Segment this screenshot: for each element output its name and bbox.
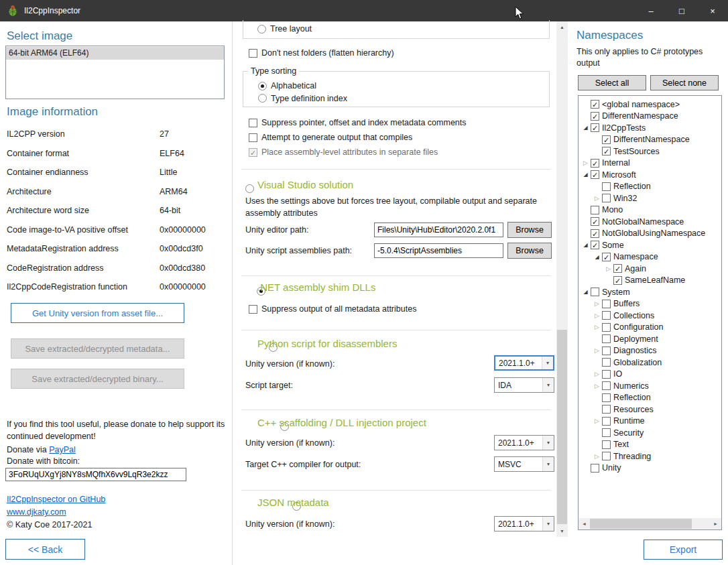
tree-item[interactable]: ✓SameLeafName — [579, 275, 721, 287]
tree-checkbox[interactable]: ✓ — [602, 135, 611, 144]
close-button[interactable]: × — [697, 0, 728, 21]
checkbox-option[interactable]: Suppress pointer, offset and index metad… — [249, 115, 467, 130]
tree-scrollbar-thumb[interactable] — [590, 519, 692, 529]
tree-item[interactable]: ✓NotGlobalUsingNamespace — [579, 228, 721, 240]
visual-studio-solution-header[interactable]: Visual Studio solution — [257, 179, 353, 190]
tree-item[interactable]: ✓DifferentNamespace — [579, 134, 721, 146]
expander-expanded-icon[interactable]: ◢ — [581, 242, 591, 248]
expander-collapsed-icon[interactable]: ▷ — [581, 160, 591, 166]
tree-item[interactable]: Unity — [579, 462, 721, 475]
unity-editor-path-input[interactable] — [374, 223, 503, 237]
titlebar[interactable]: Il2CppInspector – □ × — [0, 0, 728, 21]
scroll-left-icon[interactable]: ◄ — [579, 518, 590, 529]
expander-expanded-icon[interactable]: ◢ — [581, 289, 591, 295]
tree-item[interactable]: ◢✓Some — [579, 239, 721, 251]
tree-checkbox[interactable]: ✓ — [591, 123, 599, 132]
script-assemblies-path-input[interactable] — [374, 243, 503, 258]
website-link[interactable]: www.djkaty.com — [7, 507, 66, 517]
tree-checkbox[interactable]: ✓ — [602, 253, 611, 261]
tree-item[interactable]: ▷✓Again — [579, 263, 721, 275]
json-metadata-header[interactable]: JSON metadata — [257, 497, 329, 508]
tree-item[interactable]: ▷Runtime — [579, 416, 721, 428]
image-list-item[interactable]: 64-bit ARM64 (ELF64) — [6, 47, 224, 60]
select-none-button[interactable]: Select none — [650, 75, 719, 90]
radio-button[interactable] — [257, 25, 266, 34]
tree-item[interactable]: ▷✓Internal — [579, 158, 721, 170]
scrollbar-thumb[interactable] — [557, 330, 567, 524]
expander-collapsed-icon[interactable]: ▷ — [592, 371, 602, 377]
tree-checkbox[interactable]: ✓ — [613, 264, 622, 273]
tree-checkbox[interactable] — [602, 393, 611, 402]
scroll-right-icon[interactable]: ► — [710, 518, 721, 529]
python-script-header[interactable]: Python script for disassemblers — [257, 338, 397, 349]
tree-checkbox[interactable] — [602, 440, 611, 449]
github-link[interactable]: Il2CppInspector on GitHub — [7, 495, 105, 504]
paypal-link[interactable]: PayPal — [49, 445, 76, 454]
visual-studio-solution-radio[interactable] — [245, 184, 254, 193]
bitcoin-address-input[interactable] — [5, 468, 186, 481]
expander-collapsed-icon[interactable]: ▷ — [603, 265, 613, 272]
expander-expanded-icon[interactable]: ◢ — [581, 172, 591, 178]
tree-item[interactable]: Reflection — [579, 181, 721, 193]
tree-item[interactable]: Globalization — [579, 357, 721, 369]
scroll-down-icon[interactable]: ▼ — [556, 525, 568, 537]
tree-checkbox[interactable] — [591, 206, 599, 214]
tree-checkbox[interactable] — [591, 288, 599, 296]
tree-item[interactable]: ✓TestSources — [579, 145, 721, 158]
tree-checkbox[interactable] — [602, 182, 611, 191]
scroll-up-icon[interactable]: ▲ — [556, 21, 568, 33]
checkbox-option[interactable]: ✓Place assembly-level attributes in sepa… — [249, 145, 467, 160]
tree-item[interactable]: Reflection — [579, 392, 721, 404]
expander-collapsed-icon[interactable]: ▷ — [592, 347, 602, 354]
tree-checkbox[interactable] — [602, 347, 611, 355]
tree-checkbox[interactable] — [591, 464, 599, 473]
get-unity-version-button[interactable]: Get Unity version from asset file... — [11, 303, 184, 323]
tree-item[interactable]: ▷Buffers — [579, 298, 721, 310]
tree-checkbox[interactable]: ✓ — [591, 112, 599, 121]
select-all-button[interactable]: Select all — [578, 75, 646, 90]
tree-checkbox[interactable]: ✓ — [591, 229, 599, 238]
tree-checkbox[interactable] — [602, 452, 611, 460]
shim-dlls-header[interactable]: .NET assembly shim DLLs — [257, 281, 375, 293]
tree-checkbox[interactable] — [602, 417, 611, 426]
tree-item[interactable]: ▷Configuration — [579, 322, 721, 334]
tree-checkbox[interactable]: ✓ — [613, 276, 622, 285]
cpp-compiler-combo[interactable]: MSVC ▾ — [494, 456, 554, 472]
tree-checkbox[interactable]: ✓ — [591, 241, 599, 249]
checkbox[interactable] — [249, 119, 257, 127]
namespace-tree[interactable]: ✓<global namespace>✓DifferentNamespace◢✓… — [578, 95, 722, 530]
back-button[interactable]: << Back — [5, 539, 85, 560]
tree-item[interactable]: ▷Win32 — [579, 192, 721, 204]
script-target-combo[interactable]: IDA ▾ — [494, 377, 554, 393]
radio-button[interactable] — [258, 94, 267, 103]
tree-item[interactable]: Deployment — [579, 333, 721, 345]
tree-checkbox[interactable]: ✓ — [591, 159, 599, 168]
suppress-attributes-checkbox-option[interactable]: Suppress output of all metadata attribut… — [249, 304, 416, 314]
tree-item[interactable]: Resources — [579, 403, 721, 416]
tree-checkbox[interactable] — [602, 370, 611, 379]
tree-checkbox[interactable] — [602, 311, 611, 320]
expander-collapsed-icon[interactable]: ▷ — [592, 383, 602, 389]
tree-item[interactable]: ▷Threading — [579, 450, 721, 462]
tree-checkbox[interactable]: ✓ — [591, 170, 599, 179]
expander-collapsed-icon[interactable]: ▷ — [592, 312, 602, 319]
tree-checkbox[interactable] — [602, 405, 611, 414]
tree-item[interactable]: ▷Numerics — [579, 380, 721, 392]
type-sorting-radio-option[interactable]: Alphabetical — [258, 80, 347, 92]
tree-checkbox[interactable] — [602, 334, 611, 343]
tree-item[interactable]: ◢System — [579, 286, 721, 298]
radio-button[interactable] — [258, 82, 267, 90]
json-unity-version-combo[interactable]: 2021.1.0+ ▾ — [494, 516, 554, 531]
tree-item[interactable]: ◢✓Namespace — [579, 251, 721, 263]
tree-checkbox[interactable]: ✓ — [602, 147, 611, 155]
type-sorting-radio-option[interactable]: Type definition index — [258, 92, 347, 105]
tree-item[interactable]: Security — [579, 427, 721, 439]
expander-collapsed-icon[interactable]: ▷ — [592, 418, 602, 424]
tree-item[interactable]: ▷Collections — [579, 310, 721, 322]
export-button[interactable]: Export — [644, 540, 723, 560]
expander-expanded-icon[interactable]: ◢ — [592, 254, 602, 260]
checkbox[interactable] — [249, 133, 257, 142]
checkbox-option[interactable]: Attempt to generate output that compiles — [249, 130, 467, 145]
python-unity-version-combo[interactable]: 2021.1.0+ ▾ — [494, 355, 554, 371]
expander-collapsed-icon[interactable]: ▷ — [592, 453, 602, 460]
